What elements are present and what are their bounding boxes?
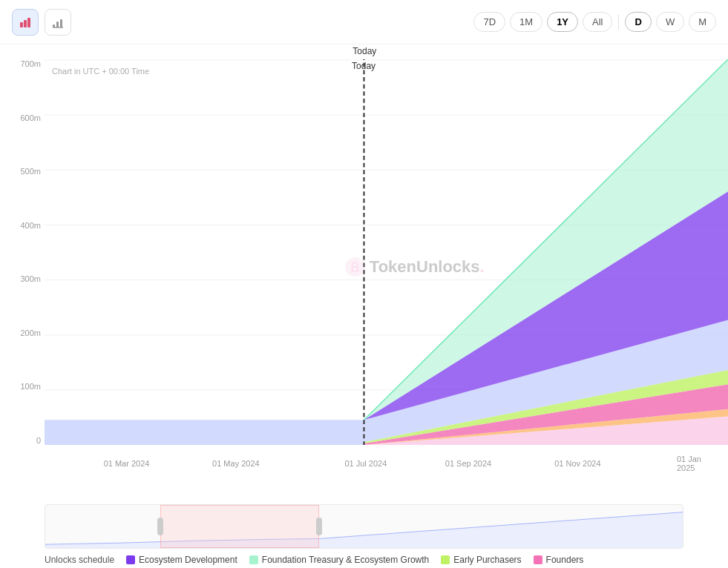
x-label-mar: 01 Mar 2024 bbox=[104, 459, 150, 468]
y-label-400m: 400m bbox=[4, 221, 41, 230]
svg-rect-0 bbox=[20, 22, 23, 27]
granularity-btn-m[interactable]: M bbox=[689, 12, 716, 32]
y-label-300m: 300m bbox=[4, 274, 41, 283]
svg-rect-1 bbox=[24, 20, 27, 27]
x-axis: 01 Mar 2024 01 May 2024 01 Jul 2024 01 S… bbox=[45, 452, 728, 475]
today-label: Today bbox=[352, 46, 376, 56]
legend-dot-foundation-treasury bbox=[249, 555, 258, 564]
time-btn-1m[interactable]: 1M bbox=[510, 12, 542, 32]
granularity-btn-w[interactable]: W bbox=[656, 12, 684, 32]
mini-selection[interactable] bbox=[160, 505, 320, 548]
y-label-100m: 100m bbox=[4, 382, 41, 391]
legend-item-foundation-treasury: Foundation Treasury & Ecosystem Growth bbox=[249, 555, 429, 565]
x-label-may: 01 May 2024 bbox=[212, 459, 260, 468]
time-btn-1y[interactable]: 1Y bbox=[547, 12, 578, 32]
legend-dot-early-purchasers bbox=[441, 555, 450, 564]
x-label-jul: 01 Jul 2024 bbox=[344, 459, 387, 468]
y-label-500m: 500m bbox=[4, 167, 41, 176]
legend-item-ecosystem-dev: Ecosystem Development bbox=[126, 555, 237, 565]
y-axis: 0 100m 200m 300m 400m 500m 600m 700m bbox=[4, 59, 41, 445]
svg-rect-5 bbox=[60, 19, 62, 27]
y-label-600m: 600m bbox=[4, 113, 41, 122]
legend: Unlocks schedule Ecosystem Development F… bbox=[0, 549, 728, 568]
legend-dot-ecosystem-dev bbox=[126, 555, 135, 564]
svg-marker-15 bbox=[45, 420, 364, 445]
legend-label-ecosystem-dev: Ecosystem Development bbox=[139, 555, 237, 565]
legend-label-unlocks-schedule: Unlocks schedule bbox=[45, 555, 114, 565]
toolbar-right: 7D 1M 1Y All D W M bbox=[473, 12, 716, 32]
toolbar: 7D 1M 1Y All D W M bbox=[0, 0, 728, 44]
svg-rect-4 bbox=[56, 22, 59, 27]
mini-handle-left[interactable] bbox=[157, 518, 163, 535]
utc-label: Chart in UTC + 00:00 Time bbox=[52, 67, 149, 76]
time-btn-7d[interactable]: 7D bbox=[473, 12, 505, 32]
bar-icon bbox=[51, 16, 65, 29]
mini-chart-svg bbox=[45, 505, 683, 548]
mini-handle-right[interactable] bbox=[316, 518, 322, 535]
chart-inner: 0 100m 200m 300m 400m 500m 600m 700m bbox=[45, 59, 728, 475]
legend-item-unlocks-schedule: Unlocks schedule bbox=[45, 555, 114, 565]
y-label-200m: 200m bbox=[4, 328, 41, 337]
legend-item-early-purchasers: Early Purchasers bbox=[441, 555, 521, 565]
chart-icon bbox=[19, 16, 32, 29]
time-btn-all[interactable]: All bbox=[583, 12, 612, 32]
toolbar-left bbox=[12, 9, 71, 36]
legend-item-founders: Founders bbox=[534, 555, 584, 565]
y-label-0: 0 bbox=[4, 436, 41, 445]
x-label-sep: 01 Sep 2024 bbox=[445, 459, 491, 468]
chart-container: 0 100m 200m 300m 400m 500m 600m 700m bbox=[0, 44, 728, 504]
mini-chart[interactable] bbox=[45, 504, 683, 549]
legend-dot-founders bbox=[534, 555, 542, 564]
legend-label-foundation-treasury: Foundation Treasury & Ecosystem Growth bbox=[262, 555, 429, 565]
y-label-700m: 700m bbox=[4, 59, 41, 68]
chart-type-icon-btn-2[interactable] bbox=[45, 9, 71, 36]
legend-label-early-purchasers: Early Purchasers bbox=[453, 555, 521, 565]
x-label-jan: 01 Jan 2025 bbox=[677, 455, 711, 472]
svg-rect-2 bbox=[27, 18, 30, 27]
legend-label-founders: Founders bbox=[546, 555, 584, 565]
separator bbox=[618, 15, 619, 30]
area-chart-svg bbox=[45, 59, 728, 445]
chart-type-icon-btn-1[interactable] bbox=[12, 9, 39, 36]
granularity-btn-d[interactable]: D bbox=[625, 12, 651, 32]
x-label-nov: 01 Nov 2024 bbox=[554, 459, 600, 468]
